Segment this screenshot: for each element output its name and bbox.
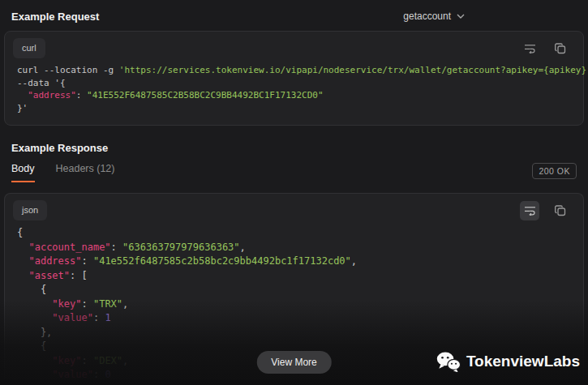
response-code-header: json [5,194,583,220]
copy-icon[interactable] [551,201,570,220]
status-badge: 200 OK [532,163,577,179]
endpoint-dropdown-value: getaccount [403,11,451,22]
code-line: }, [17,326,571,340]
request-code-actions [520,39,573,58]
code-line: "address": "41e552f6487585c2b58bc2c9bb44… [17,255,571,269]
request-code[interactable]: curl --location -g 'https://services.tok… [5,58,583,125]
code-line: "key": "TRX", [17,297,571,312]
chevron-down-icon [457,14,465,19]
code-line: curl --location -g 'https://services.tok… [17,64,571,77]
wrap-text-icon[interactable] [520,201,539,220]
response-header-row: Example Response [0,126,588,163]
code-line: "value": 1 [17,311,571,326]
request-language-tab[interactable]: curl [13,38,45,58]
copy-icon[interactable] [551,39,570,58]
code-line: "address": "41E552F6487585C2B58BC2C9BB44… [17,89,571,102]
view-more-button[interactable]: View More [256,351,331,374]
response-title: Example Response [11,142,577,154]
code-line: { [17,283,571,297]
code-line: { [17,226,571,241]
response-code-actions [520,201,573,220]
code-line: "account_name": "636363797979636363", [17,241,571,255]
code-line: --data '{ [17,77,571,90]
wrap-text-icon[interactable] [520,39,539,58]
response-tabs: Body Headers (12) 200 OK [0,163,588,182]
request-header-row: Example Request getaccount [0,0,588,31]
request-code-header: curl [5,32,583,58]
request-title: Example Request [11,11,99,23]
endpoint-dropdown[interactable]: getaccount [403,11,465,22]
response-language-tab[interactable]: json [13,200,47,220]
tab-headers[interactable]: Headers (12) [56,163,115,181]
code-line: }' [17,102,571,115]
request-code-block: curl curl --location -g 'https://service… [4,31,584,126]
code-line: "asset": [ [17,269,571,284]
tab-body[interactable]: Body [11,163,35,182]
